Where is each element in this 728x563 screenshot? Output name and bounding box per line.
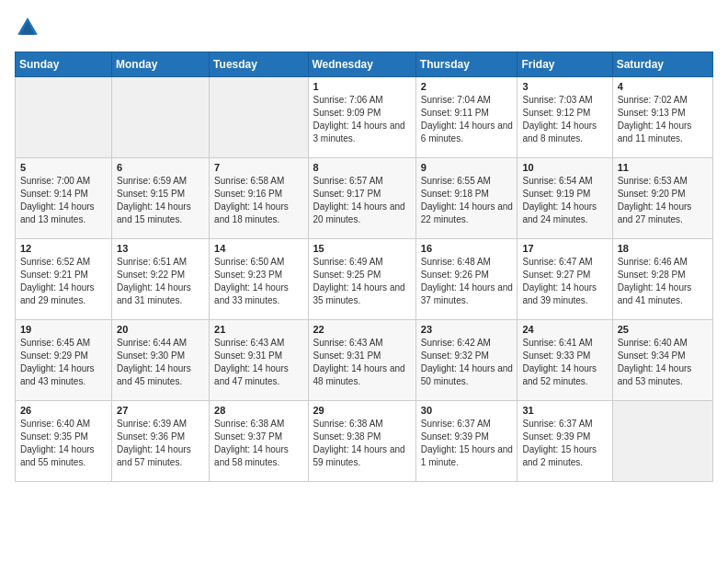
day-info: Sunrise: 6:54 AMSunset: 9:19 PMDaylight:… <box>522 175 608 226</box>
day-cell: 28Sunrise: 6:38 AMSunset: 9:37 PMDayligh… <box>210 401 308 482</box>
week-row-2: 5Sunrise: 7:00 AMSunset: 9:14 PMDaylight… <box>16 158 713 239</box>
day-cell: 25Sunrise: 6:40 AMSunset: 9:34 PMDayligh… <box>612 320 712 401</box>
day-number: 8 <box>313 162 412 173</box>
day-info: Sunrise: 6:41 AMSunset: 9:33 PMDaylight:… <box>522 337 608 388</box>
day-cell: 18Sunrise: 6:46 AMSunset: 9:28 PMDayligh… <box>612 239 712 320</box>
day-number: 18 <box>618 243 709 254</box>
day-info: Sunrise: 6:43 AMSunset: 9:31 PMDaylight:… <box>313 337 412 388</box>
day-cell: 14Sunrise: 6:50 AMSunset: 9:23 PMDayligh… <box>210 239 308 320</box>
day-number: 6 <box>117 162 205 173</box>
day-cell: 23Sunrise: 6:42 AMSunset: 9:32 PMDayligh… <box>415 320 518 401</box>
day-info: Sunrise: 6:53 AMSunset: 9:20 PMDaylight:… <box>618 175 709 226</box>
day-number: 10 <box>522 162 608 173</box>
day-cell: 6Sunrise: 6:59 AMSunset: 9:15 PMDaylight… <box>112 158 210 239</box>
day-cell: 13Sunrise: 6:51 AMSunset: 9:22 PMDayligh… <box>112 239 210 320</box>
day-info: Sunrise: 6:39 AMSunset: 9:36 PMDaylight:… <box>117 418 205 469</box>
day-number: 25 <box>618 324 709 335</box>
day-cell: 30Sunrise: 6:37 AMSunset: 9:39 PMDayligh… <box>415 401 518 482</box>
day-number: 19 <box>20 324 108 335</box>
day-info: Sunrise: 6:57 AMSunset: 9:17 PMDaylight:… <box>313 175 412 226</box>
day-number: 26 <box>20 405 108 416</box>
day-number: 3 <box>522 81 608 92</box>
day-number: 31 <box>522 405 608 416</box>
calendar-table: SundayMondayTuesdayWednesdayThursdayFrid… <box>15 52 713 482</box>
day-number: 29 <box>313 405 412 416</box>
day-info: Sunrise: 6:47 AMSunset: 9:27 PMDaylight:… <box>522 256 608 307</box>
day-number: 28 <box>214 405 303 416</box>
week-row-1: 1Sunrise: 7:06 AMSunset: 9:09 PMDaylight… <box>16 77 713 158</box>
week-row-4: 19Sunrise: 6:45 AMSunset: 9:29 PMDayligh… <box>16 320 713 401</box>
day-header-tuesday: Tuesday <box>210 52 308 77</box>
day-info: Sunrise: 6:45 AMSunset: 9:29 PMDaylight:… <box>20 337 108 388</box>
day-header-thursday: Thursday <box>415 52 518 77</box>
day-header-friday: Friday <box>518 52 612 77</box>
day-cell <box>612 401 712 482</box>
day-number: 12 <box>20 243 108 254</box>
day-info: Sunrise: 6:44 AMSunset: 9:30 PMDaylight:… <box>117 337 205 388</box>
day-cell: 31Sunrise: 6:37 AMSunset: 9:39 PMDayligh… <box>518 401 612 482</box>
day-number: 20 <box>117 324 205 335</box>
day-number: 24 <box>522 324 608 335</box>
day-info: Sunrise: 7:00 AMSunset: 9:14 PMDaylight:… <box>20 175 108 226</box>
day-info: Sunrise: 6:48 AMSunset: 9:26 PMDaylight:… <box>421 256 514 307</box>
day-info: Sunrise: 6:38 AMSunset: 9:38 PMDaylight:… <box>313 418 412 469</box>
day-number: 7 <box>214 162 303 173</box>
day-cell: 16Sunrise: 6:48 AMSunset: 9:26 PMDayligh… <box>415 239 518 320</box>
day-number: 17 <box>522 243 608 254</box>
day-number: 16 <box>421 243 514 254</box>
day-cell: 10Sunrise: 6:54 AMSunset: 9:19 PMDayligh… <box>518 158 612 239</box>
day-cell <box>112 77 210 158</box>
day-info: Sunrise: 6:42 AMSunset: 9:32 PMDaylight:… <box>421 337 514 388</box>
day-cell <box>210 77 308 158</box>
day-number: 22 <box>313 324 412 335</box>
day-number: 27 <box>117 405 205 416</box>
day-number: 21 <box>214 324 303 335</box>
day-cell: 8Sunrise: 6:57 AMSunset: 9:17 PMDaylight… <box>308 158 415 239</box>
day-cell: 26Sunrise: 6:40 AMSunset: 9:35 PMDayligh… <box>16 401 112 482</box>
day-number: 1 <box>313 81 412 92</box>
day-cell: 9Sunrise: 6:55 AMSunset: 9:18 PMDaylight… <box>415 158 518 239</box>
day-cell: 12Sunrise: 6:52 AMSunset: 9:21 PMDayligh… <box>16 239 112 320</box>
day-info: Sunrise: 6:59 AMSunset: 9:15 PMDaylight:… <box>117 175 205 226</box>
day-number: 15 <box>313 243 412 254</box>
day-info: Sunrise: 6:52 AMSunset: 9:21 PMDaylight:… <box>20 256 108 307</box>
day-info: Sunrise: 7:04 AMSunset: 9:11 PMDaylight:… <box>421 94 514 145</box>
day-header-wednesday: Wednesday <box>308 52 415 77</box>
day-cell: 7Sunrise: 6:58 AMSunset: 9:16 PMDaylight… <box>210 158 308 239</box>
day-cell: 29Sunrise: 6:38 AMSunset: 9:38 PMDayligh… <box>308 401 415 482</box>
day-info: Sunrise: 6:49 AMSunset: 9:25 PMDaylight:… <box>313 256 412 307</box>
day-info: Sunrise: 6:37 AMSunset: 9:39 PMDaylight:… <box>522 418 608 469</box>
day-header-sunday: Sunday <box>16 52 112 77</box>
day-cell: 21Sunrise: 6:43 AMSunset: 9:31 PMDayligh… <box>210 320 308 401</box>
day-cell: 24Sunrise: 6:41 AMSunset: 9:33 PMDayligh… <box>518 320 612 401</box>
day-number: 11 <box>618 162 709 173</box>
day-number: 14 <box>214 243 303 254</box>
day-number: 5 <box>20 162 108 173</box>
day-header-saturday: Saturday <box>612 52 712 77</box>
day-info: Sunrise: 6:51 AMSunset: 9:22 PMDaylight:… <box>117 256 205 307</box>
day-info: Sunrise: 7:02 AMSunset: 9:13 PMDaylight:… <box>618 94 709 145</box>
day-cell: 1Sunrise: 7:06 AMSunset: 9:09 PMDaylight… <box>308 77 415 158</box>
day-number: 13 <box>117 243 205 254</box>
day-cell: 20Sunrise: 6:44 AMSunset: 9:30 PMDayligh… <box>112 320 210 401</box>
day-cell: 3Sunrise: 7:03 AMSunset: 9:12 PMDaylight… <box>518 77 612 158</box>
day-info: Sunrise: 6:55 AMSunset: 9:18 PMDaylight:… <box>421 175 514 226</box>
day-info: Sunrise: 6:40 AMSunset: 9:34 PMDaylight:… <box>618 337 709 388</box>
week-row-3: 12Sunrise: 6:52 AMSunset: 9:21 PMDayligh… <box>16 239 713 320</box>
day-number: 2 <box>421 81 514 92</box>
day-info: Sunrise: 6:50 AMSunset: 9:23 PMDaylight:… <box>214 256 303 307</box>
days-header-row: SundayMondayTuesdayWednesdayThursdayFrid… <box>16 52 713 77</box>
day-cell: 4Sunrise: 7:02 AMSunset: 9:13 PMDaylight… <box>612 77 712 158</box>
logo <box>15 15 44 40</box>
day-info: Sunrise: 7:03 AMSunset: 9:12 PMDaylight:… <box>522 94 608 145</box>
day-info: Sunrise: 6:58 AMSunset: 9:16 PMDaylight:… <box>214 175 303 226</box>
day-cell: 17Sunrise: 6:47 AMSunset: 9:27 PMDayligh… <box>518 239 612 320</box>
day-info: Sunrise: 6:46 AMSunset: 9:28 PMDaylight:… <box>618 256 709 307</box>
day-cell <box>16 77 112 158</box>
page-header <box>15 15 713 40</box>
day-cell: 22Sunrise: 6:43 AMSunset: 9:31 PMDayligh… <box>308 320 415 401</box>
day-cell: 27Sunrise: 6:39 AMSunset: 9:36 PMDayligh… <box>112 401 210 482</box>
day-cell: 5Sunrise: 7:00 AMSunset: 9:14 PMDaylight… <box>16 158 112 239</box>
week-row-5: 26Sunrise: 6:40 AMSunset: 9:35 PMDayligh… <box>16 401 713 482</box>
day-number: 30 <box>421 405 514 416</box>
